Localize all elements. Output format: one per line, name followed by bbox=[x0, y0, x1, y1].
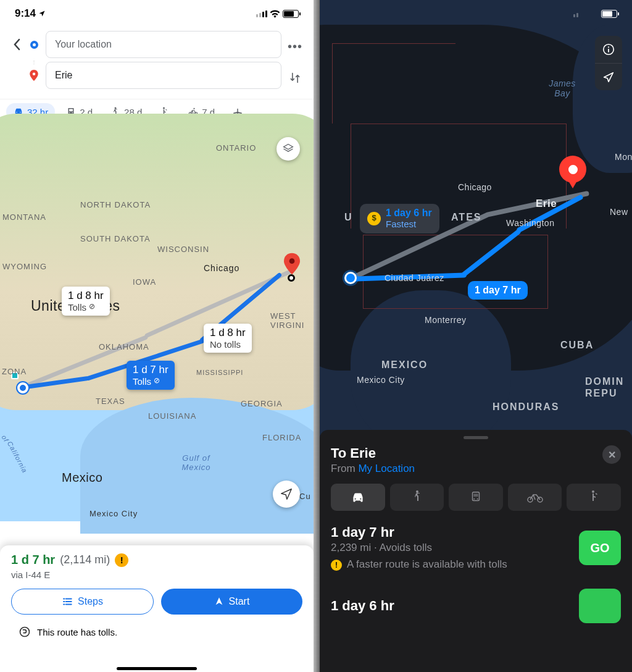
go-button[interactable]: GO bbox=[579, 531, 621, 565]
bike-icon bbox=[526, 491, 544, 503]
warning-icon: ! bbox=[331, 560, 342, 571]
svg-rect-9 bbox=[608, 49, 609, 52]
info-button[interactable] bbox=[595, 36, 622, 63]
signal-icon bbox=[256, 10, 267, 17]
layers-button[interactable] bbox=[276, 137, 300, 161]
origin-marker bbox=[344, 272, 357, 284]
result-time: 1 d 7 hr bbox=[11, 553, 55, 567]
mode-rideshare[interactable] bbox=[567, 484, 621, 511]
locate-button[interactable] bbox=[595, 63, 622, 90]
status-bar: 9:14 bbox=[0, 0, 314, 27]
destination-pin bbox=[284, 253, 300, 275]
svg-point-13 bbox=[473, 498, 475, 500]
origin-dot-icon bbox=[30, 41, 38, 49]
toll-icon bbox=[19, 626, 31, 638]
walk-icon bbox=[410, 490, 423, 505]
destination-pin-icon bbox=[30, 70, 38, 81]
google-map-canvas[interactable]: ONTARIO MONTANA NORTH DAKOTA SOUTH DAKOT… bbox=[0, 126, 314, 521]
recenter-button[interactable] bbox=[273, 481, 300, 508]
route-callout-alt2[interactable]: 1 d 8 hr No tolls bbox=[204, 324, 252, 353]
go-button[interactable] bbox=[579, 589, 621, 623]
battery-icon bbox=[601, 10, 617, 18]
svg-point-8 bbox=[608, 46, 609, 48]
back-button[interactable] bbox=[7, 31, 26, 58]
my-location-link[interactable]: My Location bbox=[358, 463, 415, 474]
result-distance: (2,114 mi) bbox=[60, 553, 110, 566]
mode-walk[interactable] bbox=[390, 484, 444, 511]
sheet-from: From My Location bbox=[331, 463, 415, 475]
swap-button[interactable] bbox=[289, 72, 301, 84]
svg-point-1 bbox=[163, 107, 165, 109]
svg-point-0 bbox=[115, 107, 117, 109]
grabber[interactable] bbox=[464, 436, 488, 439]
layers-icon bbox=[282, 143, 294, 155]
svg-point-4 bbox=[194, 108, 195, 109]
waypoint-dots-icon: ⋮ bbox=[31, 61, 36, 64]
mode-drive[interactable] bbox=[331, 484, 385, 511]
route-callout-primary[interactable]: 1 day 7 hr bbox=[468, 281, 528, 300]
origin-field[interactable]: Your location bbox=[46, 31, 281, 58]
toll-dollar-icon: $ bbox=[367, 212, 381, 225]
warning-icon: ! bbox=[115, 553, 128, 567]
destination-pin bbox=[559, 156, 586, 191]
transit-icon bbox=[469, 490, 483, 505]
clock: 9:14 bbox=[15, 7, 36, 20]
battery-icon bbox=[283, 10, 299, 18]
rideshare-icon bbox=[588, 490, 600, 505]
svg-rect-12 bbox=[473, 494, 478, 497]
svg-point-14 bbox=[477, 498, 478, 500]
close-button[interactable]: ✕ bbox=[602, 445, 621, 464]
home-indicator[interactable] bbox=[117, 667, 197, 670]
destination-field[interactable]: Erie bbox=[46, 62, 281, 89]
result-sheet[interactable]: 1 d 7 hr (2,114 mi) ! via I-44 E Steps S… bbox=[0, 545, 314, 672]
result-via: via I-44 E bbox=[11, 569, 302, 580]
route-callout-alt1[interactable]: 1 d 8 hr Tolls ⊘ bbox=[62, 287, 110, 316]
locate-arrow-icon bbox=[602, 70, 615, 84]
sheet-title: To Erie bbox=[331, 445, 415, 461]
svg-point-5 bbox=[289, 258, 295, 264]
car-icon bbox=[350, 490, 366, 504]
steps-button[interactable]: Steps bbox=[11, 589, 154, 615]
locate-icon bbox=[280, 487, 293, 501]
toll-note: This route has tolls. bbox=[37, 627, 117, 637]
route-callout-primary[interactable]: 1 d 7 hr Tolls ⊘ bbox=[127, 361, 175, 390]
mode-transit[interactable] bbox=[449, 484, 503, 511]
travel-mode-row bbox=[331, 484, 621, 511]
route-option-2[interactable]: 1 day 6 hr bbox=[331, 589, 621, 623]
list-icon bbox=[62, 597, 73, 606]
route-callout-fastest[interactable]: $ 1 day 6 hr Fastest bbox=[360, 204, 439, 233]
mode-bike[interactable] bbox=[508, 484, 562, 511]
nav-arrow-icon bbox=[214, 597, 224, 607]
route-option-1[interactable]: 1 day 7 hr 2,239 mi · Avoids tolls ! A f… bbox=[331, 524, 621, 571]
google-maps-panel: 9:14 Your location ⋮ E bbox=[0, 0, 314, 672]
svg-point-6 bbox=[20, 628, 30, 637]
directions-sheet[interactable]: To Erie From My Location ✕ bbox=[320, 430, 632, 672]
apple-maps-panel: $ 1 day 6 hr Fastest 1 day 7 hr James Ba… bbox=[320, 0, 632, 672]
start-button[interactable]: Start bbox=[161, 589, 302, 615]
origin-marker bbox=[17, 382, 28, 393]
wifi-icon bbox=[270, 10, 280, 18]
map-controls bbox=[595, 36, 622, 90]
more-menu-button[interactable]: ••• bbox=[288, 40, 302, 54]
info-icon bbox=[602, 43, 615, 56]
location-arrow-icon bbox=[38, 10, 46, 17]
svg-point-17 bbox=[592, 490, 594, 493]
svg-point-10 bbox=[416, 490, 418, 493]
directions-header: Your location ⋮ Erie ••• bbox=[0, 27, 314, 99]
